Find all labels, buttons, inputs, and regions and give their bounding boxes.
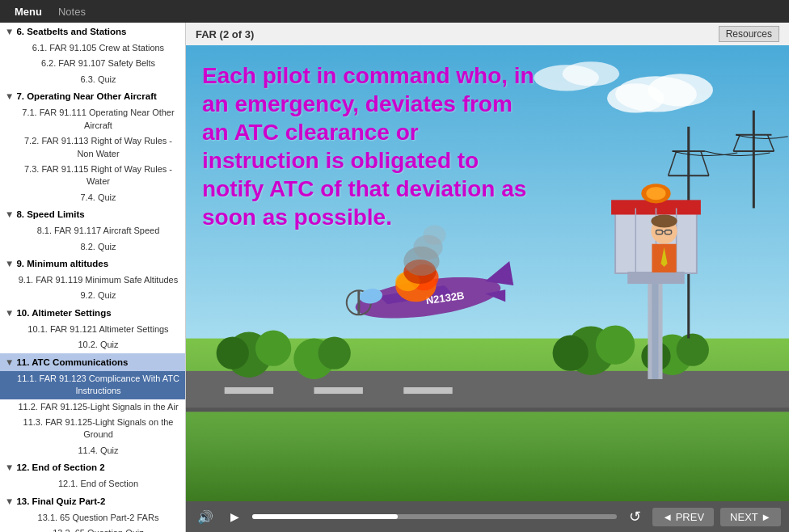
- content-title: FAR (2 of 3): [196, 28, 254, 40]
- text-overlay: Each pilot in command who, in an emergen…: [202, 61, 542, 231]
- sidebar-item-7.2[interactable]: 7.2. FAR 91.113 Right of Way Rules - Non…: [0, 133, 185, 162]
- main-layout: ▼6. Seatbelts and Stations6.1. FAR 91.10…: [0, 23, 789, 532]
- sidebar-item-13.1[interactable]: 13.1. 65 Question Part-2 FARs: [0, 510, 185, 526]
- sidebar-section-s10[interactable]: ▼10. Altimeter Settings: [0, 304, 185, 322]
- svg-rect-8: [186, 407, 789, 412]
- content-header: FAR (2 of 3) Resources: [186, 23, 789, 45]
- sidebar-item-6.3[interactable]: 6.3. Quiz: [0, 72, 185, 87]
- svg-rect-7: [186, 371, 789, 412]
- sidebar-item-7.1[interactable]: 7.1. FAR 91.111 Operating Near Other Air…: [0, 105, 185, 133]
- sidebar-item-8.1[interactable]: 8.1. FAR 91.117 Aircraft Speed: [0, 223, 185, 239]
- notes-tab[interactable]: Notes: [50, 6, 94, 18]
- sidebar-item-9.1[interactable]: 9.1. FAR 91.119 Minimum Safe Altitudes: [0, 272, 185, 288]
- content-area: FAR (2 of 3) Resources: [186, 23, 789, 532]
- refresh-icon: ↺: [629, 508, 641, 526]
- sidebar-section-s13[interactable]: ▼13. Final Quiz Part-2: [0, 492, 185, 510]
- volume-button[interactable]: 🔊: [194, 505, 217, 528]
- sidebar-item-7.3[interactable]: 7.3. FAR 91.115 Right of Way Rules - Wat…: [0, 162, 185, 190]
- svg-point-13: [255, 331, 291, 366]
- top-bar: Menu Notes: [0, 0, 789, 23]
- sidebar-section-s9[interactable]: ▼9. Minimum altitudes: [0, 255, 185, 272]
- controls-bar: 🔊 ▶ ↺ ◄ PREV NEXT ►: [186, 501, 789, 532]
- svg-point-14: [217, 337, 249, 369]
- sidebar-item-10.1[interactable]: 10.1. FAR 91.121 Altimeter Settings: [0, 322, 185, 337]
- menu-tab[interactable]: Menu: [6, 6, 50, 18]
- prev-label: ◄ PREV: [662, 511, 704, 523]
- svg-point-21: [677, 334, 709, 366]
- svg-point-16: [319, 337, 351, 369]
- sidebar: ▼6. Seatbelts and Stations6.1. FAR 91.10…: [0, 23, 186, 532]
- sidebar-item-6.1[interactable]: 6.1. FAR 91.105 Crew at Stations: [0, 40, 185, 56]
- sidebar-section-s6[interactable]: ▼6. Seatbelts and Stations: [0, 23, 185, 40]
- sidebar-item-10.2[interactable]: 10.2. Quiz: [0, 337, 185, 353]
- sidebar-item-7.4[interactable]: 7.4. Quiz: [0, 190, 185, 205]
- svg-point-3: [607, 83, 665, 112]
- svg-point-18: [596, 325, 635, 364]
- resources-button[interactable]: Resources: [719, 26, 779, 42]
- sidebar-item-11.3[interactable]: 11.3. FAR 91.125-Light Signals on the Gr…: [0, 415, 185, 443]
- svg-point-5: [563, 61, 620, 86]
- svg-rect-11: [403, 387, 452, 394]
- progress-bar-fill: [252, 514, 398, 519]
- sidebar-item-8.2[interactable]: 8.2. Quiz: [0, 239, 185, 255]
- sidebar-item-9.2[interactable]: 9.2. Quiz: [0, 288, 185, 303]
- sidebar-section-s11[interactable]: ▼11. ATC Communications: [0, 353, 185, 371]
- play-icon: ▶: [230, 510, 239, 523]
- sidebar-item-11.1[interactable]: 11.1. FAR 91.123 Complicance With ATC In…: [0, 371, 185, 399]
- svg-point-38: [646, 187, 665, 200]
- svg-rect-42: [627, 272, 685, 284]
- svg-point-44: [651, 214, 677, 227]
- progress-bar[interactable]: [252, 514, 617, 519]
- sidebar-item-6.2[interactable]: 6.2. FAR 91.107 Safety Belts: [0, 56, 185, 71]
- sidebar-section-s7[interactable]: ▼7. Operating Near Other Aircraft: [0, 87, 185, 105]
- sidebar-item-12.1[interactable]: 12.1. End of Section: [0, 476, 185, 492]
- svg-rect-9: [225, 387, 273, 394]
- next-button[interactable]: NEXT ►: [720, 508, 781, 526]
- sidebar-item-11.2[interactable]: 11.2. FAR 91.125-Light Signals in the Ai…: [0, 399, 185, 415]
- svg-point-19: [553, 336, 589, 371]
- video-area: N2132B Each pilot in command who, in an …: [186, 45, 789, 501]
- sidebar-section-s8[interactable]: ▼8. Speed Limits: [0, 205, 185, 223]
- refresh-button[interactable]: ↺: [623, 505, 646, 528]
- sidebar-section-s12[interactable]: ▼12. End of Section 2: [0, 458, 185, 476]
- next-label: NEXT ►: [730, 511, 771, 523]
- volume-icon: 🔊: [197, 509, 213, 525]
- sidebar-item-13.2[interactable]: 13.2. 65 Question Quiz: [0, 526, 185, 532]
- play-button[interactable]: ▶: [223, 505, 246, 528]
- prev-button[interactable]: ◄ PREV: [652, 508, 714, 526]
- svg-rect-10: [314, 387, 362, 394]
- sidebar-item-11.4[interactable]: 11.4. Quiz: [0, 443, 185, 458]
